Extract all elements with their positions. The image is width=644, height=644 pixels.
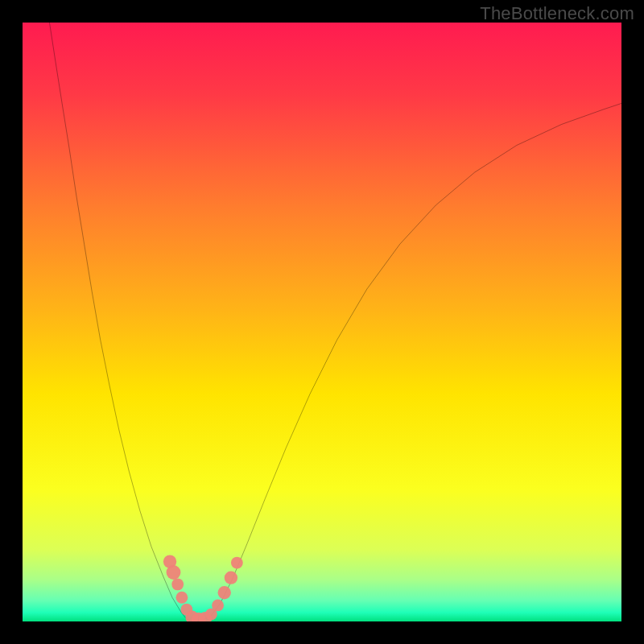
data-marker [231,557,243,569]
data-marker [218,586,231,599]
watermark-label: TheBottleneck.com [480,3,634,24]
data-marker [171,578,184,590]
data-marker [225,572,237,584]
chart-frame: TheBottleneck.com [0,0,644,644]
data-marker [212,599,224,611]
gradient-background [23,23,621,621]
chart-svg [23,23,621,621]
data-marker [175,592,188,604]
plot-area [23,23,621,621]
data-marker [167,565,181,580]
